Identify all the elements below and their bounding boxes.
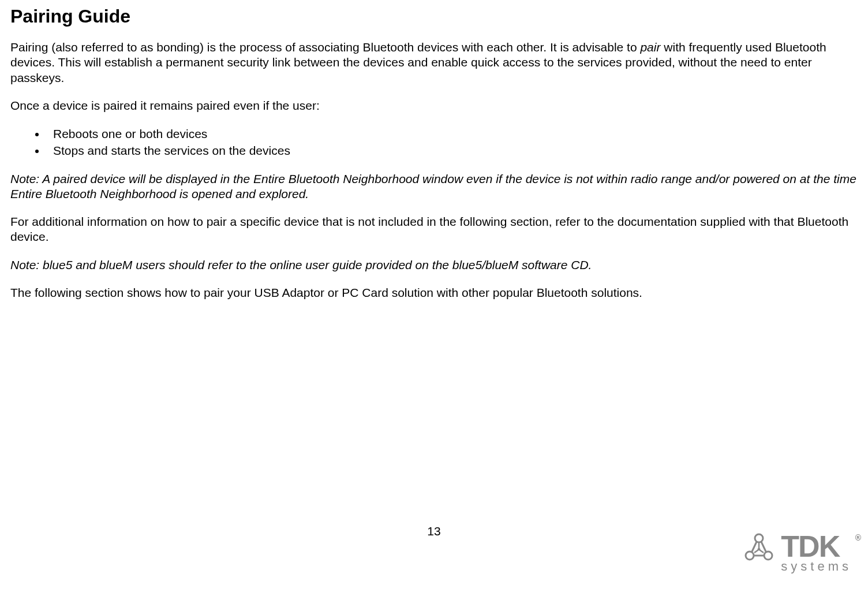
- svg-point-0: [755, 534, 763, 542]
- bullet-list: Reboots one or both devices Stops and st…: [10, 126, 858, 159]
- paragraph-additional-info: For additional information on how to pai…: [10, 214, 858, 245]
- paragraph-intro: Pairing (also referred to as bonding) is…: [10, 40, 858, 85]
- note-blue5-bluem: Note: blue5 and blueM users should refer…: [10, 258, 858, 273]
- note-paired-device: Note: A paired device will be displayed …: [10, 172, 858, 202]
- tdk-logo: TDK® systems: [742, 531, 852, 573]
- para1-part1: Pairing (also referred to as bonding) is…: [10, 40, 640, 54]
- svg-point-2: [764, 552, 772, 560]
- tdk-logo-text: TDK® systems: [781, 531, 852, 573]
- svg-point-1: [746, 552, 754, 560]
- page-title: Pairing Guide: [10, 6, 858, 27]
- para1-italic-pair: pair: [640, 40, 660, 54]
- registered-mark: ®: [855, 534, 860, 542]
- tdk-logo-icon: [742, 531, 776, 566]
- paragraph-following-section: The following section shows how to pair …: [10, 285, 858, 300]
- list-item: Reboots one or both devices: [46, 126, 858, 141]
- document-content: Pairing Guide Pairing (also referred to …: [10, 6, 858, 300]
- page-number: 13: [427, 524, 440, 538]
- paragraph-remains-paired: Once a device is paired it remains paire…: [10, 98, 858, 113]
- tdk-brand-name: TDK®: [781, 531, 852, 561]
- list-item: Stops and starts the services on the dev…: [46, 143, 858, 158]
